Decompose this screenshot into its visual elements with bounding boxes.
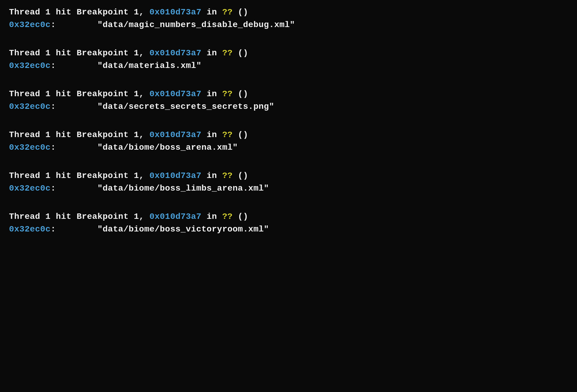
paren: () — [233, 171, 248, 180]
string-value: "data/secrets_secrets_secrets.png" — [97, 102, 274, 111]
colon-separator: : — [50, 225, 97, 234]
colon-separator: : — [50, 20, 97, 29]
in-text: in — [201, 89, 222, 99]
breakpoint-hit-line: Thread 1 hit Breakpoint 1, 0x010d73a7 in… — [9, 6, 568, 19]
colon-separator: : — [50, 184, 97, 193]
breakpoint-entry: Thread 1 hit Breakpoint 1, 0x010d73a7 in… — [9, 210, 568, 236]
breakpoint-address: 0x010d73a7 — [149, 130, 201, 139]
paren: () — [233, 48, 248, 58]
breakpoint-entry: Thread 1 hit Breakpoint 1, 0x010d73a7 in… — [9, 129, 568, 154]
breakpoint-entry: Thread 1 hit Breakpoint 1, 0x010d73a7 in… — [9, 47, 568, 72]
breakpoint-hit-line: Thread 1 hit Breakpoint 1, 0x010d73a7 in… — [9, 129, 568, 141]
memory-value-line: 0x32ec0c: "data/biome/boss_victoryroom.x… — [9, 223, 568, 236]
thread-prefix: Thread 1 hit Breakpoint 1, — [9, 8, 149, 17]
string-value: "data/biome/boss_arena.xml" — [97, 143, 238, 152]
thread-prefix: Thread 1 hit Breakpoint 1, — [9, 48, 149, 58]
memory-value-line: 0x32ec0c: "data/secrets_secrets_secrets.… — [9, 100, 568, 113]
paren: () — [233, 8, 248, 17]
thread-prefix: Thread 1 hit Breakpoint 1, — [9, 89, 149, 99]
unknown-symbol: ?? — [222, 212, 233, 221]
breakpoint-hit-line: Thread 1 hit Breakpoint 1, 0x010d73a7 in… — [9, 210, 568, 223]
paren: () — [233, 89, 248, 99]
in-text: in — [201, 212, 222, 221]
memory-value-line: 0x32ec0c: "data/biome/boss_arena.xml" — [9, 141, 568, 154]
breakpoint-address: 0x010d73a7 — [149, 171, 201, 180]
string-value: "data/magic_numbers_disable_debug.xml" — [97, 20, 295, 29]
unknown-symbol: ?? — [222, 89, 233, 99]
string-value: "data/materials.xml" — [97, 61, 201, 70]
string-value: "data/biome/boss_limbs_arena.xml" — [97, 184, 269, 193]
thread-prefix: Thread 1 hit Breakpoint 1, — [9, 171, 149, 180]
colon-separator: : — [50, 102, 97, 111]
thread-prefix: Thread 1 hit Breakpoint 1, — [9, 130, 149, 139]
breakpoint-entry: Thread 1 hit Breakpoint 1, 0x010d73a7 in… — [9, 88, 568, 113]
in-text: in — [201, 130, 222, 139]
colon-separator: : — [50, 61, 97, 70]
in-text: in — [201, 8, 222, 17]
breakpoint-hit-line: Thread 1 hit Breakpoint 1, 0x010d73a7 in… — [9, 170, 568, 182]
breakpoint-hit-line: Thread 1 hit Breakpoint 1, 0x010d73a7 in… — [9, 88, 568, 100]
breakpoint-entry: Thread 1 hit Breakpoint 1, 0x010d73a7 in… — [9, 170, 568, 195]
unknown-symbol: ?? — [222, 171, 233, 180]
breakpoint-address: 0x010d73a7 — [149, 212, 201, 221]
memory-value-line: 0x32ec0c: "data/magic_numbers_disable_de… — [9, 19, 568, 31]
memory-address: 0x32ec0c — [9, 102, 50, 111]
memory-address: 0x32ec0c — [9, 143, 50, 152]
unknown-symbol: ?? — [222, 48, 233, 58]
colon-separator: : — [50, 143, 97, 152]
thread-prefix: Thread 1 hit Breakpoint 1, — [9, 212, 149, 221]
breakpoint-address: 0x010d73a7 — [149, 48, 201, 58]
memory-address: 0x32ec0c — [9, 20, 50, 29]
unknown-symbol: ?? — [222, 130, 233, 139]
paren: () — [233, 212, 248, 221]
breakpoint-address: 0x010d73a7 — [149, 8, 201, 17]
memory-address: 0x32ec0c — [9, 61, 50, 70]
breakpoint-entry: Thread 1 hit Breakpoint 1, 0x010d73a7 in… — [9, 6, 568, 31]
string-value: "data/biome/boss_victoryroom.xml" — [97, 225, 269, 234]
memory-address: 0x32ec0c — [9, 225, 50, 234]
memory-value-line: 0x32ec0c: "data/biome/boss_limbs_arena.x… — [9, 182, 568, 195]
breakpoint-hit-line: Thread 1 hit Breakpoint 1, 0x010d73a7 in… — [9, 47, 568, 60]
terminal-output: Thread 1 hit Breakpoint 1, 0x010d73a7 in… — [9, 6, 568, 236]
in-text: in — [201, 171, 222, 180]
paren: () — [233, 130, 248, 139]
memory-address: 0x32ec0c — [9, 184, 50, 193]
memory-value-line: 0x32ec0c: "data/materials.xml" — [9, 60, 568, 72]
in-text: in — [201, 48, 222, 58]
breakpoint-address: 0x010d73a7 — [149, 89, 201, 99]
unknown-symbol: ?? — [222, 8, 233, 17]
